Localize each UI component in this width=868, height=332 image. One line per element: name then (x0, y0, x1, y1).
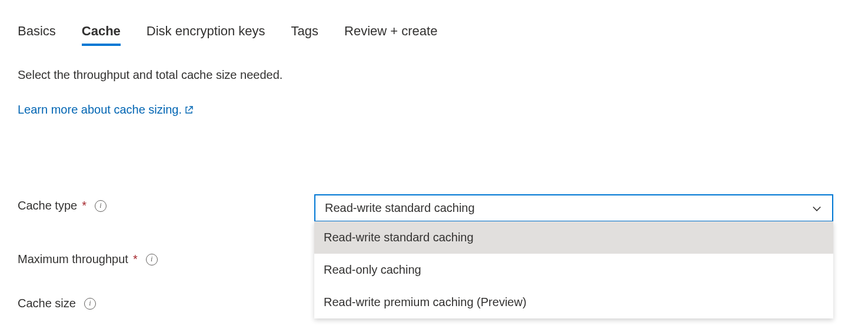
learn-more-text: Learn more about cache sizing. (18, 103, 182, 117)
dropdown-option-read-only[interactable]: Read-only caching (314, 254, 833, 286)
info-icon[interactable]: i (95, 200, 107, 212)
tabs-container: Basics Cache Disk encryption keys Tags R… (18, 24, 850, 46)
tab-disk-encryption-keys[interactable]: Disk encryption keys (147, 24, 265, 46)
cache-type-select[interactable]: Read-write standard caching (314, 194, 833, 222)
row-cache-type: Cache type * i Read-write standard cachi… (18, 194, 850, 222)
page-description: Select the throughput and total cache si… (18, 68, 850, 82)
control-cache-type: Read-write standard caching Read-write s… (314, 194, 833, 222)
form-container: Cache type * i Read-write standard cachi… (18, 194, 850, 310)
required-marker: * (133, 253, 138, 266)
label-cache-size-text: Cache size (18, 297, 76, 310)
label-max-throughput: Maximum throughput * i (18, 248, 314, 266)
chevron-down-icon (811, 202, 823, 214)
required-marker: * (82, 199, 87, 213)
tab-cache[interactable]: Cache (82, 24, 121, 46)
label-cache-type: Cache type * i (18, 194, 314, 213)
tab-tags[interactable]: Tags (291, 24, 318, 46)
cache-type-dropdown: Read-write standard caching Read-only ca… (314, 221, 833, 318)
learn-more-link[interactable]: Learn more about cache sizing. (18, 103, 194, 117)
info-icon[interactable]: i (84, 298, 96, 310)
dropdown-option-read-write-premium[interactable]: Read-write premium caching (Preview) (314, 286, 833, 318)
dropdown-option-read-write-standard[interactable]: Read-write standard caching (314, 221, 833, 254)
external-link-icon (184, 105, 194, 115)
cache-type-select-wrapper: Read-write standard caching Read-write s… (314, 194, 833, 222)
label-cache-size: Cache size i (18, 292, 314, 310)
label-max-throughput-text: Maximum throughput (18, 253, 128, 266)
cache-type-selected-value: Read-write standard caching (325, 201, 475, 215)
tab-review-create[interactable]: Review + create (344, 24, 437, 46)
tab-basics[interactable]: Basics (18, 24, 56, 46)
info-icon[interactable]: i (146, 254, 158, 265)
label-cache-type-text: Cache type (18, 199, 77, 213)
